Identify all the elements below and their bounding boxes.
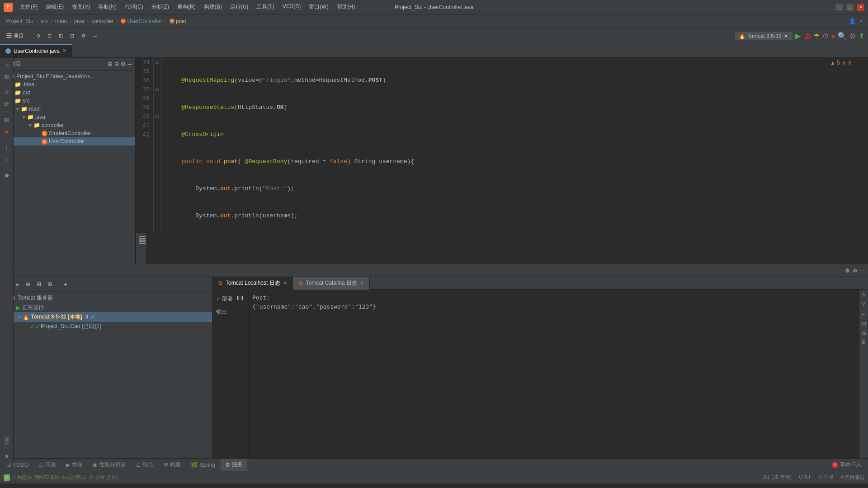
status-position[interactable]: 2:1 (35 字符) (763, 474, 792, 481)
bottom-tab-terminal[interactable]: ▶ 终端 (61, 459, 87, 471)
project-close-icon[interactable]: ─ (127, 61, 132, 67)
sidebar-up-icon[interactable]: ↑ (2, 142, 12, 152)
sidebar-stop-icon[interactable]: ■ (2, 127, 12, 136)
output-delete-icon[interactable]: 🗑 (861, 338, 867, 345)
user-icon[interactable]: 👤 (849, 18, 856, 24)
sidebar-refresh-icon[interactable]: ↺ (2, 87, 12, 97)
sidebar-grid-icon[interactable]: ⊞ (2, 115, 12, 125)
bottom-tab-eventlog[interactable]: 2 事件日志 (827, 459, 866, 471)
update-button[interactable]: ⬆ (859, 32, 864, 40)
srv-group-btn[interactable]: ⊕ (24, 280, 33, 289)
deploy-collapse-icon[interactable]: ⬇ (236, 295, 240, 301)
tree-item-java[interactable]: ▼ 📁 java (0, 113, 135, 121)
tree-item-idea[interactable]: ▶ 📁 .idea (0, 80, 135, 89)
menu-navigate[interactable]: 导航(N) (94, 1, 120, 13)
services-settings-icon[interactable]: ⚙ (845, 267, 850, 274)
breadcrumb-project[interactable]: Project_Stu (5, 18, 33, 24)
debug-button[interactable]: 🐞 (803, 33, 811, 40)
coverage-button[interactable]: ☂ (814, 33, 820, 40)
menu-code[interactable]: 代码(C) (121, 1, 147, 13)
project-settings-icon[interactable]: ⚙ (121, 61, 126, 67)
sidebar-star-icon[interactable]: ★ (2, 451, 12, 461)
sidebar-project-icon[interactable]: ☰ (2, 60, 12, 70)
project-expand-icon[interactable]: ⊞ (108, 61, 113, 67)
srv-tab-close-2[interactable]: ✕ (360, 280, 364, 286)
toolbar-new[interactable]: ⊕ (33, 32, 43, 40)
srv-tab-close-1[interactable]: ✕ (283, 280, 287, 286)
cursor-icon[interactable]: ⌖ (859, 18, 863, 24)
output-down-icon[interactable]: ∨ (862, 300, 866, 307)
bottom-tab-spring[interactable]: 🌿 Spring (186, 459, 220, 471)
code-content[interactable]: @RequestMapping(value=@"/login",method=R… (162, 58, 868, 233)
breadcrumb-src[interactable]: src (41, 18, 48, 24)
output-filter-icon[interactable]: ⊟ (862, 320, 866, 327)
deploy-expand-icon[interactable]: ⬆ (240, 295, 245, 301)
tree-item-studentcontroller[interactable]: C StudentController (0, 129, 135, 137)
srv-tree-running[interactable]: ▼ ▶ 正在运行 (0, 303, 212, 312)
menu-help[interactable]: 帮助(H) (333, 1, 359, 13)
minimize-button[interactable]: ─ (835, 4, 843, 11)
tree-item-src[interactable]: ▼ 📁 src (0, 97, 135, 105)
warning-down[interactable]: ∨ (848, 60, 852, 66)
srv-add-btn[interactable]: + (61, 280, 70, 289)
srv-deploy-icon[interactable]: ⬆ (85, 314, 89, 320)
project-collapse-icon[interactable]: ⊟ (114, 61, 119, 67)
toolbar-collapse[interactable]: ⊟ (67, 32, 77, 40)
run-button[interactable]: ▶ (795, 32, 801, 40)
toolbar-settings[interactable]: ⚙ (79, 32, 89, 40)
maximize-button[interactable]: □ (846, 4, 854, 11)
close-button[interactable]: ✕ (857, 4, 864, 11)
breadcrumb-controller[interactable]: controller (91, 18, 113, 24)
sidebar-reload-icon[interactable]: ⟳ (2, 99, 12, 109)
srv-filter-btn[interactable]: ⊟ (34, 280, 43, 289)
settings-gear[interactable]: ⚙ (849, 32, 856, 40)
tree-item-controller[interactable]: ▼ 📁 controller (0, 121, 135, 129)
breadcrumb-post[interactable]: m post (170, 18, 186, 24)
warning-indicator[interactable]: ▲ 5 ∧ ∨ (830, 60, 852, 66)
menu-view[interactable]: 视图(V) (68, 1, 94, 13)
toolbar-filter[interactable]: ⊟ (45, 32, 54, 40)
toolbar-expand[interactable]: ⊞ (56, 32, 66, 40)
breadcrumb-java[interactable]: java (74, 18, 84, 24)
srv-actions-btn[interactable]: ⊞ (45, 280, 54, 289)
menu-edit[interactable]: 编辑(E) (42, 1, 67, 13)
output-wrap-icon[interactable]: ↵ (862, 311, 866, 318)
menu-run[interactable]: 运行(U) (226, 1, 252, 13)
bottom-tab-build[interactable]: ⚒ 构建 (159, 459, 185, 471)
tree-item-out[interactable]: ▶ 📁 out (0, 89, 135, 97)
breadcrumb-main[interactable]: main (55, 18, 67, 24)
warning-up[interactable]: ∧ (842, 60, 846, 66)
bottom-tab-profiler[interactable]: ◉ 性能分析器 (88, 459, 131, 471)
sidebar-diamond-icon[interactable]: ◆ (2, 170, 12, 180)
bottom-tab-endpoints[interactable]: ⊏ 端点 (132, 459, 158, 471)
menu-file[interactable]: 文件(F) (16, 1, 41, 13)
srv-sync-icon[interactable]: ⇄ (90, 314, 94, 320)
srv-tab-tomcat-catalina[interactable]: ⚙ Tomcat Catalina 日志 ✕ (293, 277, 370, 290)
status-indent[interactable]: 4 空格缩进 (840, 474, 864, 481)
menu-build[interactable]: 构建(B) (200, 1, 226, 13)
menu-analyze[interactable]: 分析(Z) (148, 1, 173, 13)
status-line-ending[interactable]: CRLF (799, 474, 812, 481)
menu-vcs[interactable]: VCS(S) (279, 1, 305, 13)
menu-refactor[interactable]: 重构(R) (174, 1, 199, 13)
stop-button[interactable]: ■ (831, 33, 835, 40)
srv-tree-tomcat-local[interactable]: ▼ 🔥 Tomcat 8·5·32 [本地] ⬆ ⇄ (0, 312, 212, 322)
bottom-tab-services[interactable]: ⚙ 服务 (221, 459, 247, 471)
fold-marker-37[interactable]: ⊟ (155, 85, 159, 94)
srv-align-btn[interactable]: ≡ (13, 280, 22, 289)
srv-tab-tomcat-localhost[interactable]: ⚙ Tomcat Localhost 日志 ✕ (212, 277, 293, 290)
output-up-icon[interactable]: ∧ (862, 291, 866, 298)
srv-tree-tomcat-server[interactable]: ▼ ⚙ Tomcat 服务器 (0, 293, 212, 303)
search-button[interactable]: 🔍 (838, 32, 847, 40)
tab-close[interactable]: ✕ (62, 48, 66, 54)
menu-tools[interactable]: 工具(T) (253, 1, 278, 13)
services-gear-icon[interactable]: ⚙ (853, 267, 858, 274)
tomcat-selector[interactable]: 🔥 Tomcat 8·5·32 ▼ (735, 32, 792, 40)
sidebar-down-icon[interactable]: ↓ (2, 154, 12, 164)
services-output-content[interactable]: Post: {"username":"cao","password":"123"… (249, 290, 859, 458)
sidebar-structure-icon[interactable]: ⊞ (2, 71, 12, 81)
fold-marker-40[interactable]: ⊟ (155, 112, 159, 121)
bottom-tab-problems[interactable]: ⚠ 问题 (34, 459, 61, 471)
editor-tab-usercontroller[interactable]: UserController.java ✕ (0, 44, 72, 58)
output-print-icon[interactable]: 🖨 (861, 329, 867, 336)
